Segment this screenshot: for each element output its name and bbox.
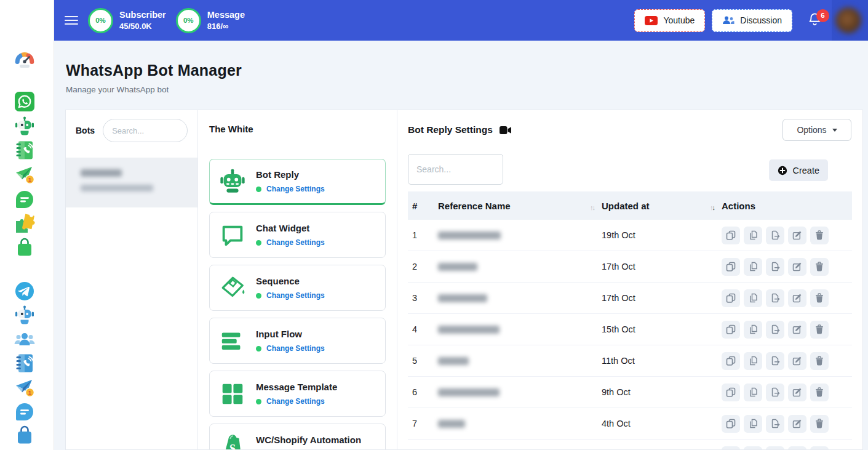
card-message-template[interactable]: Message Template Change Settings (209, 371, 386, 417)
card-wc-shopify[interactable]: S WC/Shopify Automation Change Settings (209, 424, 386, 450)
duplicate-button[interactable] (744, 384, 762, 401)
export-button[interactable] (766, 227, 784, 244)
delete-button[interactable] (810, 289, 829, 307)
edit-button[interactable] (788, 384, 806, 401)
duplicate-button[interactable] (744, 227, 762, 244)
duplicate-button[interactable] (744, 258, 762, 276)
discussion-button[interactable]: Discussion (712, 9, 792, 32)
sidebar-item-whatsapp-chat[interactable] (14, 188, 36, 211)
change-settings-link[interactable]: Change Settings (266, 291, 325, 300)
duplicate-button[interactable] (744, 415, 762, 433)
export-button[interactable] (766, 289, 784, 307)
export-button[interactable] (766, 446, 784, 450)
updated-at-cell: 19th Oct (602, 230, 722, 240)
delete-button[interactable] (810, 321, 829, 339)
sidebar-item-integrations[interactable] (14, 212, 36, 235)
delete-button[interactable] (810, 384, 829, 401)
sidebar-item-telegram-contacts[interactable] (14, 352, 36, 374)
sidebar-item-telegram-bot[interactable] (14, 304, 36, 326)
sidebar-item-whatsapp-bot[interactable] (14, 115, 36, 137)
input-flow-icon (218, 327, 247, 355)
delete-button[interactable] (810, 258, 829, 276)
export-button[interactable] (766, 321, 784, 339)
bots-title: Bots (76, 126, 95, 135)
edit-icon (792, 293, 802, 303)
chevron-down-icon (832, 129, 837, 132)
chat-widget-icon (218, 221, 247, 249)
avatar-block[interactable] (832, 0, 868, 41)
change-settings-link[interactable]: Change Settings (266, 397, 325, 406)
duplicate-button[interactable] (744, 289, 762, 307)
edit-icon (792, 387, 802, 397)
bot-reply-robot-icon (218, 167, 247, 196)
delete-button[interactable] (810, 415, 829, 433)
edit-button[interactable] (788, 227, 806, 244)
discussion-people-icon (722, 16, 735, 25)
change-settings-link[interactable]: Change Settings (266, 185, 325, 193)
sidebar-item-whatsapp-broadcast[interactable]: 1 (14, 164, 36, 186)
export-button[interactable] (766, 384, 784, 401)
edit-button[interactable] (788, 446, 806, 450)
copy-icon (726, 387, 736, 397)
options-dropdown-button[interactable]: Options (782, 119, 851, 141)
sequence-bucket-icon (218, 274, 247, 302)
table-row: 6 9th Oct (408, 377, 852, 408)
sidebar-item-dashboard[interactable] (14, 49, 36, 71)
copy-button[interactable] (722, 415, 740, 433)
trash-icon (814, 387, 824, 397)
trash-icon (814, 293, 824, 303)
sidebar-item-whatsapp-shop[interactable] (14, 236, 36, 259)
copy-button[interactable] (722, 258, 740, 276)
card-input-flow[interactable]: Input Flow Change Settings (209, 318, 386, 364)
duplicate-button[interactable] (744, 321, 762, 339)
edit-button[interactable] (788, 321, 806, 339)
edit-button[interactable] (788, 289, 806, 307)
copy-button[interactable] (722, 352, 740, 370)
edit-button[interactable] (788, 258, 806, 276)
video-tutorial-icon[interactable] (500, 126, 511, 134)
edit-button[interactable] (788, 352, 806, 370)
sidebar-item-telegram-shop[interactable] (14, 424, 36, 446)
export-button[interactable] (766, 258, 784, 276)
reference-name-redacted (438, 357, 469, 365)
menu-toggle-icon[interactable] (65, 14, 78, 26)
sidebar-item-telegram-broadcast[interactable]: 1 (14, 377, 36, 399)
bot-list-item[interactable] (66, 158, 197, 207)
sidebar-item-whatsapp[interactable] (14, 90, 36, 113)
settings-search-input[interactable] (408, 154, 503, 185)
subscriber-value: 45/50.0K (119, 22, 166, 31)
export-button[interactable] (766, 352, 784, 370)
notifications-button[interactable]: 6 (808, 12, 822, 30)
svg-text:1: 1 (28, 389, 32, 396)
sort-icon[interactable]: ↑↓ (710, 200, 714, 211)
table-row: 2 17th Oct (408, 251, 852, 283)
sidebar-item-whatsapp-contacts[interactable] (14, 139, 36, 161)
card-sequence[interactable]: Sequence Change Settings (209, 265, 386, 311)
sidebar-item-telegram-chat[interactable] (14, 401, 36, 423)
youtube-button[interactable]: Youtube (634, 9, 705, 32)
telegram-chat-icon (14, 401, 36, 423)
sort-icon[interactable]: ↑↓ (590, 200, 594, 211)
duplicate-button[interactable] (744, 352, 762, 370)
sidebar-item-telegram-group[interactable] (14, 328, 36, 350)
copy-button[interactable] (722, 384, 740, 401)
delete-button[interactable] (810, 446, 829, 450)
duplicate-button[interactable] (744, 446, 762, 450)
copy-button[interactable] (722, 321, 740, 339)
change-settings-link[interactable]: Change Settings (266, 344, 325, 353)
updated-at-cell: 15th Oct (602, 324, 722, 334)
delete-button[interactable] (810, 352, 829, 370)
card-chat-widget[interactable]: Chat Widget Change Settings (209, 212, 386, 258)
sidebar-item-telegram[interactable] (14, 280, 36, 302)
change-settings-link[interactable]: Change Settings (266, 238, 325, 247)
copy-button[interactable] (722, 289, 740, 307)
copy-button[interactable] (722, 446, 740, 450)
export-button[interactable] (766, 415, 784, 433)
bots-search-input[interactable] (103, 119, 188, 142)
reference-name-redacted (438, 326, 500, 334)
delete-button[interactable] (810, 227, 829, 244)
copy-button[interactable] (722, 227, 740, 244)
edit-button[interactable] (788, 415, 806, 433)
create-button[interactable]: Create (769, 159, 828, 181)
card-bot-reply[interactable]: Bot Reply Change Settings (209, 159, 386, 205)
